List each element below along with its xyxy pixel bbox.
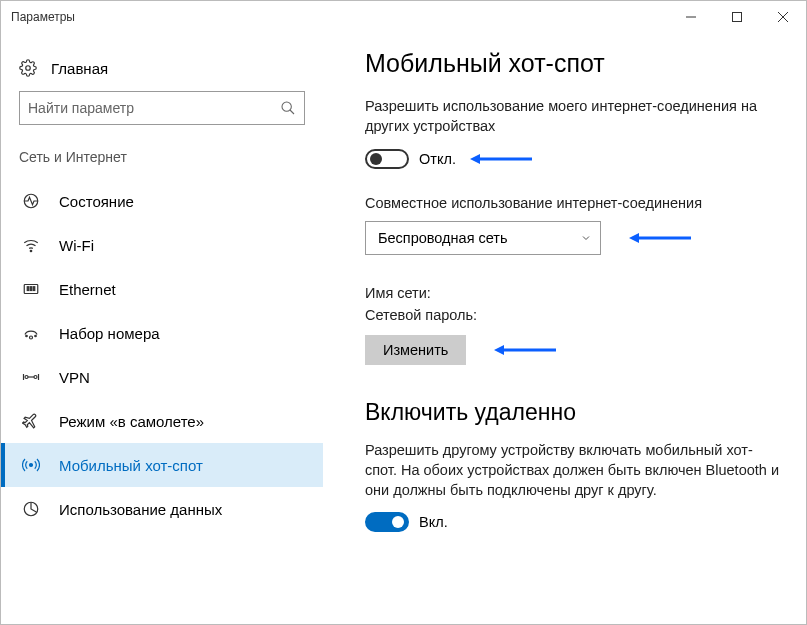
annotation-arrow-icon: [470, 152, 532, 166]
sidebar-item-label: VPN: [59, 369, 90, 386]
content-area: Главная Найти параметр Сеть и Интернет С…: [1, 33, 806, 625]
search-placeholder: Найти параметр: [28, 100, 280, 116]
network-name-label: Имя сети:: [365, 285, 780, 301]
toggle-knob: [392, 516, 404, 528]
toggle-on-label: Вкл.: [419, 514, 448, 530]
network-password-label: Сетевой пароль:: [365, 307, 780, 323]
sidebar-item-label: Мобильный хот-спот: [59, 457, 203, 474]
dropdown-value: Беспроводная сеть: [378, 230, 508, 246]
edit-button[interactable]: Изменить: [365, 335, 466, 365]
minimize-button[interactable]: [668, 1, 714, 33]
edit-button-label: Изменить: [383, 342, 448, 358]
svg-point-18: [30, 464, 33, 467]
sidebar-item-wifi[interactable]: Wi-Fi: [1, 223, 323, 267]
sidebar-item-label: Набор номера: [59, 325, 160, 342]
svg-line-6: [290, 110, 294, 114]
sidebar-item-ethernet[interactable]: Ethernet: [1, 267, 323, 311]
svg-rect-11: [30, 287, 32, 291]
ethernet-icon: [19, 280, 43, 298]
svg-point-16: [25, 376, 28, 379]
dialup-icon: [19, 324, 43, 342]
maximize-button[interactable]: [714, 1, 760, 33]
sidebar-item-hotspot[interactable]: Мобильный хот-спот: [1, 443, 323, 487]
svg-point-14: [26, 335, 28, 337]
hotspot-icon: [19, 456, 43, 474]
share-from-label: Совместное использование интернет-соедин…: [365, 195, 780, 211]
gear-icon: [19, 59, 37, 77]
share-description: Разрешить использование моего интернет-с…: [365, 96, 780, 137]
main-panel: Мобильный хот-спот Разрешить использован…: [323, 33, 806, 625]
sidebar-item-label: Ethernet: [59, 281, 116, 298]
close-button[interactable]: [760, 1, 806, 33]
sidebar-item-label: Использование данных: [59, 501, 222, 518]
chevron-down-icon: [580, 232, 592, 244]
remote-heading: Включить удаленно: [365, 399, 780, 426]
svg-point-4: [26, 66, 31, 71]
remote-toggle[interactable]: [365, 512, 409, 532]
svg-marker-25: [494, 345, 504, 355]
window-controls: [668, 1, 806, 33]
wifi-icon: [19, 236, 43, 254]
svg-rect-1: [733, 13, 742, 22]
sidebar-item-label: Состояние: [59, 193, 134, 210]
svg-point-15: [35, 335, 37, 337]
sidebar-item-airplane[interactable]: Режим «в самолете»: [1, 399, 323, 443]
toggle-off-label: Откл.: [419, 151, 456, 167]
toggle-knob: [370, 153, 382, 165]
home-label: Главная: [51, 60, 108, 77]
vpn-icon: [19, 368, 43, 386]
svg-point-13: [30, 336, 33, 339]
share-from-dropdown[interactable]: Беспроводная сеть: [365, 221, 601, 255]
airplane-icon: [19, 412, 43, 430]
svg-rect-10: [27, 287, 29, 291]
svg-point-5: [282, 102, 291, 111]
svg-point-8: [30, 250, 32, 252]
annotation-arrow-icon: [629, 231, 691, 245]
sidebar-item-label: Wi-Fi: [59, 237, 94, 254]
titlebar: Параметры: [1, 1, 806, 33]
sidebar-item-dialup[interactable]: Набор номера: [1, 311, 323, 355]
svg-marker-21: [470, 154, 480, 164]
svg-point-17: [34, 376, 37, 379]
svg-marker-23: [629, 233, 639, 243]
sidebar-item-status[interactable]: Состояние: [1, 179, 323, 223]
remote-description: Разрешить другому устройству включать мо…: [365, 440, 780, 501]
hotspot-toggle[interactable]: [365, 149, 409, 169]
sidebar-item-vpn[interactable]: VPN: [1, 355, 323, 399]
sidebar-item-label: Режим «в самолете»: [59, 413, 204, 430]
section-label: Сеть и Интернет: [1, 143, 323, 179]
annotation-arrow-icon: [494, 343, 556, 357]
page-heading: Мобильный хот-спот: [365, 49, 780, 78]
search-icon: [280, 100, 296, 116]
status-icon: [19, 192, 43, 210]
data-usage-icon: [19, 500, 43, 518]
sidebar-item-datausage[interactable]: Использование данных: [1, 487, 323, 531]
search-input[interactable]: Найти параметр: [19, 91, 305, 125]
window-title: Параметры: [11, 10, 668, 24]
sidebar: Главная Найти параметр Сеть и Интернет С…: [1, 33, 323, 625]
svg-rect-12: [33, 287, 35, 291]
home-button[interactable]: Главная: [1, 51, 323, 91]
